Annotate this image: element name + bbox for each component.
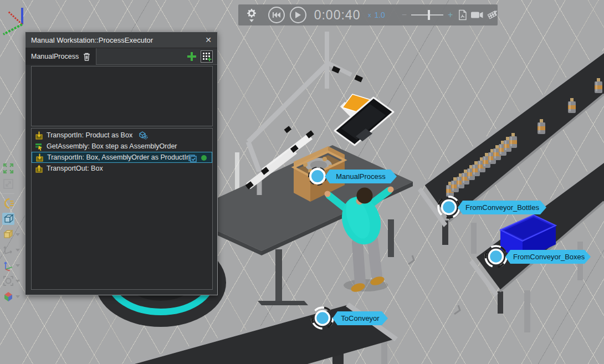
tab-row-actions — [96, 48, 217, 65]
speed-slider[interactable] — [411, 14, 443, 16]
fit-selected-button[interactable] — [2, 161, 24, 176]
process-executor-panel: Manual Workstation::ProcessExecutor ✕ Ma… — [25, 32, 218, 295]
product-type-icon[interactable] — [139, 131, 148, 140]
label-manualprocess[interactable]: ManualProcess — [325, 170, 397, 183]
caret-icon — [16, 264, 20, 267]
caret-icon — [16, 233, 20, 236]
get-assembly-icon — [35, 142, 43, 151]
marker-toconveyor[interactable] — [312, 307, 333, 329]
simulation-settings-button[interactable] — [243, 8, 260, 22]
rewind-icon — [273, 12, 280, 18]
statement-active-indicator — [201, 155, 207, 161]
caret-icon — [16, 295, 20, 298]
speed-prefix: x — [368, 12, 371, 18]
statement-row[interactable]: GetAssembly: Box step as AssemblyOrder — [32, 141, 212, 152]
render-mode-icon — [2, 197, 14, 209]
laptop[interactable] — [335, 94, 393, 145]
render-mode-button[interactable] — [2, 196, 24, 211]
transport-in-icon — [35, 153, 44, 162]
render-animation-button[interactable] — [487, 9, 498, 21]
local-axes-icon — [2, 259, 14, 271]
add-statement-grid-button[interactable] — [201, 50, 213, 63]
settings-caret-icon — [249, 19, 254, 22]
label-fromconveyor-bottles[interactable]: FromConveyor_Bottles — [458, 201, 546, 214]
speed-increase-button[interactable]: + — [448, 10, 453, 20]
panel-title: Manual Workstation::ProcessExecutor — [31, 36, 153, 44]
caret-icon — [16, 280, 20, 283]
transport-in-icon — [35, 131, 43, 140]
delete-process-icon[interactable] — [83, 53, 90, 61]
process-routine-area[interactable] — [31, 66, 213, 126]
fit-selected-icon — [2, 162, 14, 175]
simulation-time: 0:00:40 — [314, 8, 366, 23]
statement-text: TransportIn: Product as Box — [47, 131, 132, 139]
selection-circle-icon — [2, 275, 14, 287]
speed-decrease-button[interactable]: − — [402, 10, 407, 20]
play-button[interactable] — [290, 7, 306, 23]
floor-snap-mark — [454, 305, 460, 314]
statement-text: GetAssembly: Box step as AssemblyOrder — [47, 142, 177, 150]
playback-toolbar: 0:00:40 x 1.0 − + — [238, 4, 498, 25]
simulation-3d-viewport[interactable]: ManualProcess FromConveyor_Bottles FromC… — [0, 0, 604, 364]
orthographic-cube-icon — [2, 213, 14, 225]
panel-title-bar[interactable]: Manual Workstation::ProcessExecutor ✕ — [25, 32, 217, 48]
world-axes-icon — [2, 244, 14, 256]
view-cube-button[interactable] — [2, 289, 24, 304]
record-video-button[interactable] — [471, 11, 483, 19]
label-toconveyor[interactable]: ToConveyor — [332, 311, 388, 325]
statement-text: TransportOut: Box — [47, 165, 103, 172]
glass-pane — [235, 152, 239, 192]
tab-manualprocess[interactable]: ManualProcess — [25, 48, 96, 65]
statement-row[interactable]: TransportOut: Box — [32, 163, 212, 174]
world-axes-button[interactable] — [2, 242, 24, 258]
speed-slider-handle[interactable] — [428, 10, 430, 20]
process-tab-row: ManualProcess — [25, 48, 217, 65]
add-process-button[interactable] — [187, 52, 196, 61]
rewind-button[interactable] — [268, 7, 285, 23]
local-axes-button[interactable] — [2, 258, 24, 273]
human-worker[interactable] — [325, 187, 394, 294]
toolbar-divider — [2, 193, 14, 194]
close-button[interactable]: ✕ — [205, 35, 212, 44]
statement-text: TransportIn: Box, AssemblyOrder as Produ… — [47, 153, 190, 161]
pivot-cube-icon — [2, 228, 14, 240]
floor-snap-mark — [408, 255, 414, 264]
speed-value[interactable]: 1.0 — [374, 11, 385, 19]
pivot-cube-button[interactable] — [2, 227, 24, 242]
export-pdf-button[interactable] — [458, 9, 467, 20]
view-toolbar — [2, 161, 24, 304]
fit-view-button[interactable] — [2, 176, 24, 192]
fit-view-icon — [2, 178, 14, 190]
marker-fromconveyor-bottles[interactable] — [438, 197, 459, 218]
label-fromconveyor-boxes[interactable]: FromConveyor_Boxes — [505, 250, 591, 264]
statement-list: TransportIn: Product as Box GetAssembly:… — [31, 128, 213, 290]
visual-check-icon[interactable] — [188, 153, 197, 162]
view-cube-icon — [2, 290, 14, 303]
tab-label: ManualProcess — [31, 53, 79, 60]
selection-circle-button[interactable] — [2, 273, 24, 289]
settings-gear-icon — [247, 8, 257, 18]
statement-row-selected[interactable]: TransportIn: Box, AssemblyOrder as Produ… — [32, 152, 212, 163]
transport-out-icon — [35, 165, 43, 173]
caret-icon — [16, 249, 20, 252]
orthographic-cube-button[interactable] — [2, 211, 24, 227]
play-icon — [295, 12, 301, 18]
statement-row[interactable]: TransportIn: Product as Box — [32, 130, 212, 141]
